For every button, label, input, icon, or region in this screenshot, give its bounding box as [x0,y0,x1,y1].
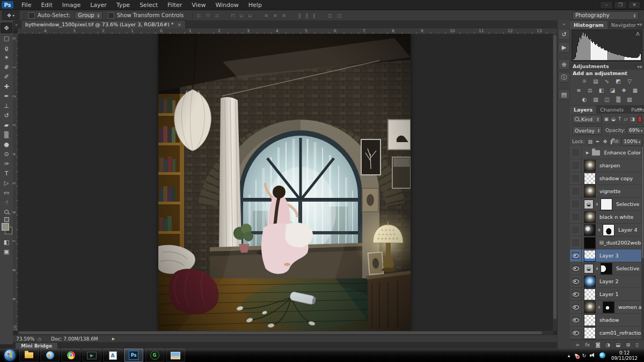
taskbar-clock[interactable]: 0:12 09/11/2012 [609,350,640,361]
threshold-icon[interactable]: ◫ [603,96,612,104]
align-top-edges-icon[interactable]: ⊓ [231,13,235,18]
distribute-left-icon[interactable]: ∥ [298,13,301,18]
layer-row-layer-3[interactable]: Layer 3 [570,249,644,262]
distribute-center-icon[interactable]: ∥ [306,13,309,18]
document-app-icon[interactable]: A [103,349,122,362]
layer-row-lil-dust2002web-copy-3[interactable]: lil_dust2002web copy 3 [570,237,644,249]
layer-row-sharpen[interactable]: sharpen [570,159,644,172]
zoom-level-field[interactable]: 73.59% [16,336,34,342]
distribute-bottom-icon[interactable]: ≡ [282,13,286,18]
vibrance-icon[interactable]: ▽ [625,78,634,85]
canvas-image[interactable] [158,34,411,331]
align-left-edges-icon[interactable]: ⊏ [197,13,201,18]
eyedropper-tool[interactable]: ✐ [1,72,12,82]
menu-edit[interactable]: Edit [36,2,57,9]
photo-filter-icon[interactable]: ◪ [608,87,617,94]
history-brush-tool[interactable]: ↺ [1,110,12,120]
default-colors-icon[interactable] [1,217,12,222]
new-adjustment-icon[interactable]: ◑ [606,342,610,348]
posterize-icon[interactable]: ▨ [591,96,601,104]
visibility-toggle[interactable] [570,288,582,300]
visibility-toggle[interactable] [570,172,582,184]
delete-layer-icon[interactable]: ▯ [636,342,639,348]
collapse-panels-icon[interactable]: « [559,21,569,27]
hand-tool[interactable]: ☝ [1,197,12,207]
explorer-icon[interactable] [19,349,39,362]
screen-app-icon[interactable]: ▶ [82,349,101,362]
tab-layers[interactable]: Layers [570,106,596,114]
menu-type[interactable]: Type [112,2,135,9]
network-icon[interactable] [599,352,605,358]
visibility-toggle[interactable] [570,146,582,159]
distribute-right-icon[interactable]: ∥ [313,13,316,18]
color-swatches[interactable] [1,223,12,237]
brightness-contrast-icon[interactable]: ☼ [580,78,589,85]
layer-row-layer-1[interactable]: Layer 1 [570,288,644,301]
show-transform-checkbox[interactable] [108,12,114,19]
menu-file[interactable]: File [17,2,36,9]
shape-layer-filter-icon[interactable]: ▱ [624,116,627,122]
minimize-button[interactable]: – [600,1,613,9]
crop-tool[interactable]: # [1,62,12,72]
magic-wand-tool[interactable]: ✶ [1,53,12,62]
image-viewer-icon[interactable] [166,349,185,362]
warp-mode-icon[interactable]: ◫ [337,13,342,18]
type-layer-filter-icon[interactable]: T [618,116,621,122]
panel-menu-icon[interactable]: ▾≡ [638,65,642,69]
brush-tool[interactable]: ✒ [1,91,12,101]
layer-row-black-n-white[interactable]: black n white [570,211,644,224]
visibility-toggle[interactable] [570,262,582,275]
photoshop-icon[interactable]: Ps [124,349,143,362]
layer-style-icon[interactable]: fx [585,342,590,348]
menu-select[interactable]: Select [135,2,163,9]
restore-button[interactable]: ❐ [614,1,627,9]
pen-tool[interactable]: ✑ [1,159,12,168]
auto-select-checkbox[interactable] [28,12,35,19]
lock-position-icon[interactable]: ✥ [603,139,608,144]
close-button[interactable]: ✕ [628,1,641,9]
layer-row-shadow-copy[interactable]: shadow copy [570,172,644,185]
align-horizontal-centers-icon[interactable]: ⊓ [206,13,210,18]
selective-color-icon[interactable]: ▧ [625,96,634,104]
layer-row-layer-2[interactable]: Layer 2 [570,275,644,288]
layer-row-selective-color[interactable]: ◒∞Selective Color ... [570,262,644,275]
horizontal-scrollbar[interactable] [18,331,553,335]
history-icon[interactable]: ↺ [558,29,570,40]
color-lookup-icon[interactable]: ▦ [631,87,640,94]
visibility-toggle[interactable] [570,314,582,326]
new-layer-icon[interactable]: ⊞ [626,342,630,348]
gradient-map-icon[interactable]: ▒ [614,96,623,104]
group-expand-icon[interactable]: ▶ [586,151,589,155]
sync-icon[interactable]: ↻ [582,353,586,358]
menu-window[interactable]: Window [210,2,243,9]
layer-row-layer-4[interactable]: ∞Layer 4 [570,224,644,237]
chrome-icon[interactable] [61,349,80,362]
clone-source-icon[interactable]: ⊕ [558,59,570,70]
visibility-toggle[interactable] [570,237,582,249]
layer-comps-icon[interactable]: ▤ [558,89,570,100]
workspace-dropdown[interactable]: Photography ▴▾ [572,11,639,20]
actions-icon[interactable]: ▶ [558,42,570,53]
visibility-toggle[interactable] [570,198,582,210]
start-button[interactable] [2,349,18,361]
layer-row-shadow[interactable]: shadow [570,314,644,327]
layers-scrollbar[interactable] [641,146,644,340]
healing-brush-tool[interactable]: ✚ [1,82,12,91]
filter-kind-dropdown[interactable]: Kind ▴▾ [572,115,602,123]
lasso-tool[interactable]: ϱ [1,43,12,53]
blur-tool[interactable]: ● [1,139,12,149]
visibility-toggle[interactable] [570,159,582,172]
levels-icon[interactable]: ▤ [591,78,601,85]
screen-mode-button[interactable]: ▣ [1,247,12,256]
info-icon[interactable]: ⓘ [558,72,570,83]
tab-channels[interactable]: Channels [596,106,627,114]
layer-row-women-at-wind[interactable]: ∞women at wind... [570,301,644,314]
black-white-icon[interactable]: ◧ [597,87,606,94]
blend-mode-dropdown[interactable]: Overlay ▴▾ [572,126,602,135]
shape-tool[interactable]: ▭ [1,188,12,197]
link-layers-icon[interactable]: ∞ [575,342,580,348]
status-menu-arrow-icon[interactable]: ▶ [112,337,115,341]
media-player-icon[interactable]: ▶ [40,349,60,362]
warning-icon[interactable]: ⚠ [635,31,640,36]
close-tab-icon[interactable]: × [178,22,182,27]
